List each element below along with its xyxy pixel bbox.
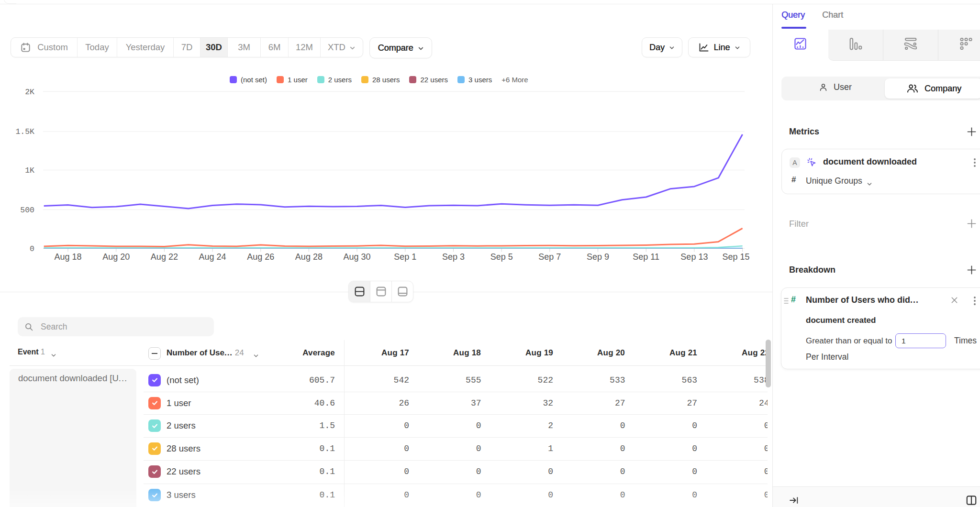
svg-text:Sep 15: Sep 15 [722,252,749,262]
svg-text:Aug 20: Aug 20 [102,252,130,262]
svg-text:Sep 9: Sep 9 [587,252,609,262]
svg-text:1.5K: 1.5K [15,127,34,136]
svg-text:Aug 26: Aug 26 [247,252,274,262]
svg-text:500: 500 [20,206,34,215]
svg-text:1K: 1K [25,166,34,175]
svg-text:Sep 3: Sep 3 [442,252,465,262]
svg-text:Aug 28: Aug 28 [295,252,323,262]
svg-text:Aug 24: Aug 24 [199,252,226,262]
svg-text:Aug 18: Aug 18 [54,252,81,262]
svg-text:Sep 5: Sep 5 [490,252,513,262]
svg-text:Sep 11: Sep 11 [633,252,659,262]
svg-text:Sep 1: Sep 1 [394,252,416,262]
svg-text:Sep 7: Sep 7 [538,252,561,262]
svg-text:Aug 22: Aug 22 [151,252,178,262]
svg-text:Aug 30: Aug 30 [344,252,371,262]
svg-text:2K: 2K [25,88,34,97]
svg-text:0: 0 [30,244,34,254]
svg-text:Sep 13: Sep 13 [680,252,708,262]
